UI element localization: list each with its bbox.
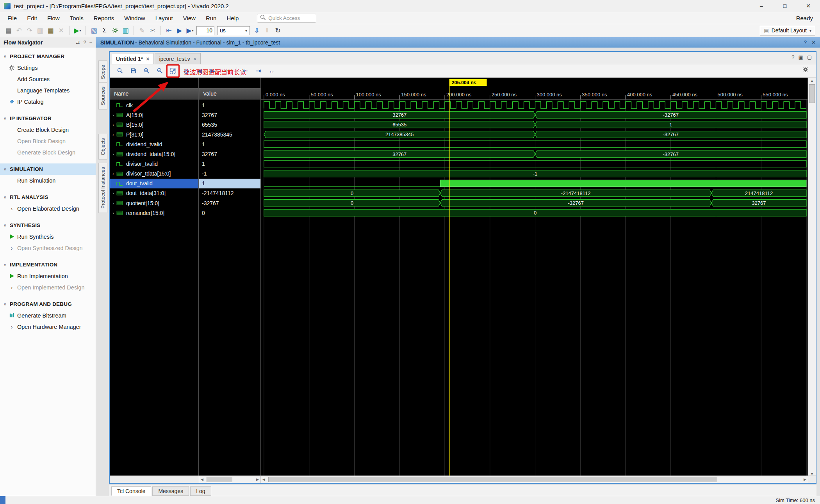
scroll-left-icon[interactable]: ◀ — [261, 477, 267, 481]
expander-icon[interactable]: › — [110, 191, 116, 195]
signal-name-quotient-15-0[interactable]: ›quotient[15:0] — [110, 198, 198, 208]
paste-button[interactable]: ▦ — [45, 25, 56, 36]
side-tab-protocol-instances[interactable]: Protocol Instances — [98, 163, 107, 213]
waveform-canvas[interactable]: 0.000 ns50.000 ns100.000 ns150.000 ns200… — [261, 78, 808, 477]
time-unit-select[interactable]: us▾ — [217, 26, 250, 35]
open-elaborated-button[interactable]: ▧ — [89, 25, 99, 36]
expander-icon[interactable]: › — [110, 201, 116, 206]
signal-name-p-31-0[interactable]: ›P[31:0] — [110, 130, 198, 139]
side-tab-objects[interactable]: Objects — [98, 134, 107, 160]
signal-name-divisor-tvalid[interactable]: divisor_tvalid — [110, 159, 198, 169]
console-tab-messages[interactable]: Messages — [152, 486, 189, 496]
flow-section-rtl-analysis[interactable]: ∨RTL ANALYSIS — [0, 192, 96, 203]
signal-name-dout-tvalid[interactable]: dout_tvalid — [110, 179, 198, 188]
menu-view[interactable]: View — [178, 13, 201, 23]
sim-run-time-input[interactable] — [196, 26, 214, 35]
flow-header-icon[interactable]: – — [89, 40, 92, 45]
signal-value-divisor-tvalid[interactable]: 1 — [199, 159, 260, 169]
signal-name-remainder-15-0[interactable]: ›remainder[15:0] — [110, 208, 198, 218]
scroll-right-icon[interactable]: ▶ — [255, 477, 260, 481]
value-column-header[interactable]: Value — [199, 88, 260, 99]
side-tab-scope[interactable]: Scope — [98, 60, 107, 83]
flow-section-implementation[interactable]: ∨IMPLEMENTATION — [0, 259, 96, 270]
scroll-left-icon[interactable]: ◀ — [199, 477, 205, 481]
value-column-scrollbar[interactable]: ◀ ▶ — [199, 476, 261, 483]
quick-access-search[interactable]: Quick Access — [257, 14, 316, 23]
signal-name-dout-tdata-31-0[interactable]: ›dout_tdata[31:0] — [110, 188, 198, 198]
flow-section-simulation[interactable]: ∨SIMULATION — [0, 163, 96, 175]
set-probes-button[interactable]: ✂ — [147, 25, 158, 36]
zoom-in-button[interactable] — [141, 66, 152, 76]
signal-value-remainder-15-0[interactable]: 0 — [199, 208, 260, 218]
tab-ipcore-test-v[interactable]: ipcore_test.v× — [155, 53, 201, 64]
console-tab-log[interactable]: Log — [190, 486, 211, 496]
signal-value-dout-tvalid[interactable]: 1 — [199, 179, 260, 188]
signal-name-b-15-0[interactable]: ›B[15:0] — [110, 120, 198, 130]
signal-value-dout-tdata-31-0[interactable]: -2147418112 — [199, 188, 260, 198]
expander-icon[interactable]: › — [110, 113, 116, 117]
generate-bitstream-toolbar-button[interactable]: ▥ — [120, 25, 131, 36]
run-flow-button[interactable]: ▶▾ — [72, 25, 83, 36]
scrollbar-thumb[interactable] — [207, 477, 232, 482]
menu-tools[interactable]: Tools — [65, 13, 89, 23]
vertical-scrollbar[interactable]: ▲ ▼ — [808, 78, 816, 477]
signal-name-dividend-tvalid[interactable]: dividend_tvalid — [110, 139, 198, 149]
scroll-right-icon[interactable]: ▶ — [802, 477, 808, 481]
signal-value-divisor-tdata-15-0[interactable]: -1 — [199, 169, 260, 179]
console-tab-tcl-console[interactable]: Tcl Console — [111, 486, 151, 496]
name-column-header[interactable]: Name — [110, 88, 198, 99]
flow-header-icon[interactable]: ⇄ — [76, 40, 80, 45]
signal-value-p-31-0[interactable]: 2147385345 — [199, 130, 260, 139]
zoom-out-button[interactable] — [154, 66, 165, 76]
scrollbar-thumb[interactable] — [268, 477, 717, 482]
relaunch-simulation-button[interactable]: ↻ — [273, 25, 283, 36]
signal-value-b-15-0[interactable]: 65535 — [199, 120, 260, 130]
expander-icon[interactable]: › — [110, 211, 116, 215]
flow-item-language-templates[interactable]: Language Templates — [0, 85, 96, 96]
step-button[interactable]: ⇩ — [251, 25, 262, 36]
signal-name-clk[interactable]: clk — [110, 100, 198, 110]
run-for-button[interactable]: ▶▾ — [185, 25, 195, 36]
close-tab-icon[interactable]: × — [146, 56, 149, 62]
flow-item-settings[interactable]: Settings — [0, 62, 96, 73]
scroll-up-icon[interactable]: ▲ — [808, 78, 816, 84]
signal-value-quotient-15-0[interactable]: -32767 — [199, 198, 260, 208]
expander-icon[interactable]: › — [110, 171, 116, 176]
layout-selector[interactable]: ▤ Default Layout ▾ — [760, 26, 815, 35]
signal-name-divisor-tdata-15-0[interactable]: ›divisor_tdata[15:0] — [110, 169, 198, 179]
flow-item-create-block-design[interactable]: Create Block Design — [0, 124, 96, 135]
zoom-fit-button[interactable] — [168, 66, 178, 76]
find-button[interactable] — [114, 66, 125, 76]
column-splitter[interactable] — [198, 78, 199, 477]
menu-layout[interactable]: Layout — [150, 13, 178, 23]
signal-value-dividend-tdata-15-0[interactable]: 32767 — [199, 149, 260, 159]
flow-item-open-hardware-manager[interactable]: ›Open Hardware Manager — [0, 321, 96, 332]
minimize-button[interactable]: – — [750, 0, 773, 12]
flow-item-generate-bitstream[interactable]: Generate Bitstream — [0, 310, 96, 321]
flow-section-ip-integrator[interactable]: ∨IP INTEGRATOR — [0, 113, 96, 124]
tab-untitled-1[interactable]: Untitled 1*× — [112, 53, 153, 64]
expander-icon[interactable]: › — [110, 132, 116, 137]
close-icon[interactable]: ✕ — [811, 39, 816, 45]
run-all-button[interactable]: ▶ — [174, 25, 185, 36]
column-splitter[interactable] — [260, 78, 261, 477]
menu-file[interactable]: File — [2, 13, 22, 23]
help-icon[interactable]: ? — [804, 39, 807, 45]
signal-value-a-15-0[interactable]: 32767 — [199, 110, 260, 120]
side-tab-sources[interactable]: Sources — [98, 82, 107, 110]
flow-header-icon[interactable]: ? — [84, 40, 86, 45]
run-synthesis-toolbar-button[interactable]: Σ — [99, 25, 110, 36]
waveform-settings-gear-icon[interactable] — [802, 66, 812, 76]
menu-reports[interactable]: Reports — [89, 13, 119, 23]
waveform-scrollbar[interactable]: ◀ ▶ — [261, 476, 808, 483]
flow-item-run-synthesis[interactable]: Run Synthesis — [0, 231, 96, 242]
maximize-button[interactable]: □ — [773, 0, 797, 12]
signal-name-a-15-0[interactable]: ›A[15:0] — [110, 110, 198, 120]
go-to-last-time-button[interactable]: ⇥ — [253, 66, 264, 76]
menu-edit[interactable]: Edit — [22, 13, 42, 23]
run-implementation-toolbar-button[interactable] — [110, 25, 120, 36]
flow-item-open-elaborated-design[interactable]: ›Open Elaborated Design — [0, 203, 96, 214]
menu-help[interactable]: Help — [221, 13, 244, 23]
help-icon[interactable]: ? — [791, 54, 794, 60]
flow-item-run-implementation[interactable]: Run Implementation — [0, 270, 96, 282]
